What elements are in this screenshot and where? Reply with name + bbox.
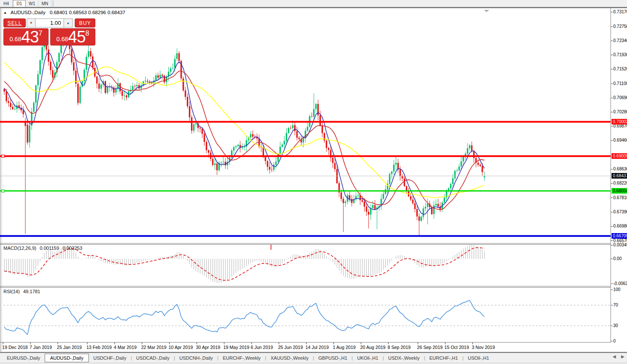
buy-price-big: 45 <box>68 30 85 44</box>
macd-signal-value: 0.002253 <box>63 246 82 251</box>
trade-prices-row: 0.68437 0.68458 <box>3 28 96 46</box>
axis-price-label: 0.67810 <box>613 195 627 200</box>
axis-level-badge: 0.68004 <box>612 188 627 194</box>
axis-price-label: 0.72750 <box>613 24 627 29</box>
chart-tab-bar: EURUSD-,DailyAUDUSD-,DailyUSDCHF-,Daily|… <box>0 352 627 363</box>
date-axis-label: 20 Aug 2019 <box>360 345 386 350</box>
candlestick-layer[interactable] <box>3 35 485 236</box>
axis-price-label: 0.00349 <box>613 243 627 248</box>
scroll-end-marker-icon[interactable] <box>484 10 489 12</box>
chart-tab-usdchf-daily[interactable]: USDCHF-,Daily <box>89 354 131 362</box>
date-axis-label: 1 Aug 2019 <box>333 345 356 350</box>
chart-tab-gbpusd-h1[interactable]: GBPUSD-,H1 <box>314 354 351 362</box>
sell-price-prefix: 0.68 <box>9 34 21 44</box>
date-axis-label: 15 Oct 2019 <box>444 345 469 350</box>
date-axis-label: 13 Feb 2019 <box>86 345 112 350</box>
chart-tab-eurchf-weekly[interactable]: EURCHF-,Weekly <box>219 354 265 362</box>
sell-button[interactable]: SELL <box>3 18 26 27</box>
chart-tab-usdcad-daily[interactable]: USDCAD-,Daily <box>132 354 174 362</box>
axis-price-label: 0.67390 <box>613 209 627 215</box>
chart-tab-eurusd-daily[interactable]: EURUSD-,Daily <box>3 354 45 362</box>
mt4-window: H4D1W1MN ▲ AUDUSD-,Daily 0.68401 0.68563… <box>0 0 627 364</box>
axis-price-label: 0.66980 <box>613 224 627 229</box>
axis-price-label: 100 <box>613 287 621 292</box>
chart-tab-usdx-weekly[interactable]: USDX-,Weekly <box>384 354 424 362</box>
axis-price-label: 0.69460 <box>613 138 627 143</box>
chart-tab-usoil-h1[interactable]: USOil-,H1 <box>463 354 493 362</box>
tab-scroll-left-icon[interactable]: ◀ <box>613 354 616 359</box>
level-line-0.69009[interactable] <box>0 155 611 158</box>
macd-main-value: 0.001159 <box>40 246 59 251</box>
collapse-triangle-icon[interactable]: ▲ <box>3 11 7 15</box>
axis-price-label: 0 <box>613 339 616 344</box>
chart-plot[interactable] <box>0 0 627 364</box>
axis-price-label: 0.71930 <box>613 52 627 58</box>
axis-price-label: 0.71100 <box>613 81 627 86</box>
date-axis-label: 30 Apr 2019 <box>196 345 220 350</box>
date-axis-label: 19 Dec 2018 <box>2 345 28 350</box>
chart-tab-ukoil-h1[interactable]: UKOil-,H1 <box>353 354 383 362</box>
axis-level-badge: 0.68437 <box>612 173 627 179</box>
date-axis-label: 8 Sep 2019 <box>387 345 411 350</box>
axis-price-label: -0.00637 <box>613 281 627 286</box>
chart-title: ▲ AUDUSD-,Daily 0.68401 0.68563 0.68296 … <box>3 10 125 15</box>
sell-price-big: 43 <box>21 30 39 44</box>
sell-price-button[interactable]: 0.68437 <box>3 28 49 46</box>
date-axis-label: 4 Mar 2019 <box>114 345 137 350</box>
date-axis-label: 7 Jan 2019 <box>30 345 52 350</box>
axis-level-badge: 0.66705 <box>612 233 627 239</box>
axis-price-label: 0.73170 <box>613 9 627 15</box>
tab-scroll-arrows: ◀ ▶ <box>613 354 624 359</box>
ma-fast-line[interactable] <box>4 44 484 215</box>
volume-increase-button[interactable]: ▲ <box>64 18 73 27</box>
buy-price-sup: 8 <box>85 30 89 36</box>
chart-tab-audusd-daily[interactable]: AUDUSD-,Daily <box>45 354 89 362</box>
date-axis-label: 6 Jun 2019 <box>251 345 273 350</box>
chart-frame <box>0 8 627 352</box>
tab-scroll-right-icon[interactable]: ▶ <box>621 354 624 359</box>
axis-price-label: 70 <box>613 303 618 308</box>
rsi-indicator[interactable] <box>3 300 611 334</box>
buy-price-button[interactable]: 0.68458 <box>50 28 95 46</box>
date-axis-label: 22 Mar 2019 <box>141 345 167 350</box>
date-axis-label: 19 May 2019 <box>223 345 250 350</box>
axis-level-badge: 0.69009 <box>612 153 627 159</box>
chart-tab-eurchf-h1[interactable]: EURCHF-,H1 <box>425 354 463 362</box>
date-axis-label: 25 Jan 2019 <box>57 345 82 350</box>
chart-tab-usdcnh-daily[interactable]: USDCNH-,Daily <box>175 354 217 362</box>
date-axis-label: 25 Jun 2019 <box>278 345 303 350</box>
date-axis-label: 14 Jul 2019 <box>305 345 329 350</box>
one-click-trade-widget: SELL ▼ ▲ BUY 0.68437 0.68458 <box>3 18 96 46</box>
sell-price-sup: 7 <box>39 30 43 36</box>
volume-input[interactable] <box>36 18 64 27</box>
trade-controls-row: SELL ▼ ▲ BUY <box>3 18 96 27</box>
axis-price-label: 0.68630 <box>613 167 627 172</box>
axis-price-label: 0.70280 <box>613 109 627 115</box>
rsi-current-value: 49.1781 <box>23 289 40 294</box>
axis-level-badge: 0.70002 <box>612 119 627 124</box>
chart-ohlc-values: 0.68401 0.68563 0.68296 0.68437 <box>50 10 125 15</box>
buy-price-prefix: 0.68 <box>56 34 68 44</box>
axis-price-label: 30 <box>613 323 618 328</box>
buy-button[interactable]: BUY <box>75 18 95 27</box>
axis-price-label: 0.72340 <box>613 38 627 43</box>
rsi-label: RSI(14) 49.1781 <box>3 289 40 294</box>
level-line-0.68004[interactable] <box>0 190 611 192</box>
axis-price-label: 0.68220 <box>613 181 627 186</box>
macd-label: MACD(12,26,9) 0.001159 0.002253 <box>3 246 82 251</box>
date-axis-label: 3 Nov 2019 <box>472 345 495 350</box>
axis-price-label: 0.71520 <box>613 67 627 72</box>
axis-price-label: 0.00 <box>613 256 621 261</box>
chart-symbol-label: AUDUSD-,Daily <box>10 10 45 15</box>
volume-decrease-button[interactable]: ▼ <box>27 18 36 27</box>
date-axis-label: 26 Sep 2019 <box>417 345 443 350</box>
axis-price-label: 0.70690 <box>613 95 627 100</box>
date-axis-label: 10 Apr 2019 <box>168 345 193 350</box>
chart-tab-xauusd-weekly[interactable]: XAUUSD-,Weekly <box>266 354 313 362</box>
